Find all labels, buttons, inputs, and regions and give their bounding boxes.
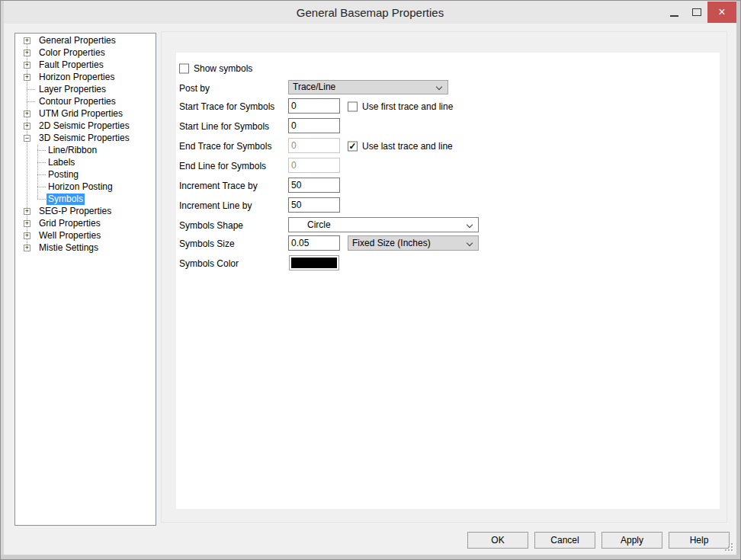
ok-button[interactable]: OK [467, 532, 528, 549]
use-last-label: Use last trace and line [362, 141, 453, 152]
tree-item-fault-properties[interactable]: +Fault Properties [15, 59, 156, 72]
tree-item-mistie-settings[interactable]: +Mistie Settings [15, 242, 156, 254]
end-line-input [288, 158, 340, 173]
use-last-checkbox[interactable]: ✓ [348, 142, 358, 152]
chevron-down-icon [436, 84, 442, 90]
title-bar[interactable]: General Basemap Properties × [4, 1, 736, 24]
symbols-size-label: Symbols Size [179, 238, 235, 249]
maximize-button[interactable] [685, 2, 707, 23]
start-line-label: Start Line for Symbols [179, 121, 269, 132]
symbols-shape-row: Symbols Shape Circle [176, 217, 720, 234]
expand-icon[interactable]: + [24, 62, 30, 69]
collapse-icon[interactable]: − [24, 135, 30, 142]
symbols-shape-dropdown[interactable]: Circle [288, 217, 479, 232]
properties-tree: +General Properties +Color Properties +F… [14, 33, 156, 526]
tree-item-line-ribbon[interactable]: Line/Ribbon [15, 145, 156, 157]
start-line-row: Start Line for Symbols [176, 118, 720, 135]
window-frame-bottom [1, 555, 740, 559]
post-by-row: Post by Trace/Line [176, 80, 720, 97]
start-line-input[interactable] [288, 118, 340, 133]
expand-icon[interactable]: + [24, 74, 30, 81]
dialog-window: General Basemap Properties × +General Pr… [0, 0, 741, 560]
tree-item-2d-seismic-properties[interactable]: +2D Seismic Properties [15, 120, 156, 133]
minimize-icon [670, 15, 678, 17]
post-by-label: Post by [179, 83, 210, 94]
expand-icon[interactable]: + [24, 110, 30, 117]
increment-trace-label: Increment Trace by [179, 181, 258, 191]
symbols-shape-label: Symbols Shape [179, 220, 243, 231]
tree-item-symbols[interactable]: Symbols [15, 194, 156, 206]
show-symbols-row: Show symbols [176, 60, 720, 77]
expand-icon[interactable]: + [24, 37, 30, 44]
tree-item-general-properties[interactable]: +General Properties [15, 35, 156, 47]
symbols-size-row: Symbols Size Fixed Size (Inches) [176, 235, 720, 252]
start-trace-input[interactable] [288, 98, 340, 114]
increment-line-input[interactable] [288, 197, 340, 213]
apply-button[interactable]: Apply [601, 532, 662, 549]
end-line-label: End Line for Symbols [179, 161, 266, 171]
window-title: General Basemap Properties [4, 6, 736, 19]
start-trace-label: Start Trace for Symbols [179, 101, 274, 112]
end-trace-row: End Trace for Symbols ✓ Use last trace a… [176, 138, 720, 155]
tree-item-contour-properties[interactable]: Contour Properties [15, 96, 156, 108]
chevron-down-icon [467, 240, 473, 246]
increment-line-row: Increment Line by [176, 197, 720, 214]
tree-item-color-properties[interactable]: +Color Properties [15, 47, 156, 59]
increment-line-label: Increment Line by [179, 200, 252, 211]
expand-icon[interactable]: + [24, 50, 30, 56]
symbols-size-input[interactable] [288, 235, 340, 251]
post-by-dropdown[interactable]: Trace/Line [288, 80, 448, 94]
tree-item-utm-grid-properties[interactable]: +UTM Grid Properties [15, 108, 156, 120]
increment-trace-row: Increment Trace by [176, 178, 720, 194]
close-button[interactable]: × [707, 2, 736, 23]
show-symbols-label: Show symbols [194, 63, 252, 74]
tree-item-labels[interactable]: Labels [15, 157, 156, 169]
tree-item-3d-seismic-properties[interactable]: −3D Seismic Properties [15, 133, 156, 145]
tree-item-well-properties[interactable]: +Well Properties [15, 230, 156, 242]
tree-item-horizon-posting[interactable]: Horizon Posting [15, 181, 156, 194]
help-button[interactable]: Help [669, 532, 730, 549]
minimize-button[interactable] [663, 2, 685, 23]
use-first-label: Use first trace and line [362, 101, 453, 112]
symbols-color-row: Symbols Color [176, 255, 720, 272]
color-fill [291, 258, 337, 268]
tree-item-posting[interactable]: Posting [15, 169, 156, 181]
symbols-color-label: Symbols Color [179, 258, 239, 269]
tree-item-seg-p-properties[interactable]: +SEG-P Properties [15, 206, 156, 218]
show-symbols-checkbox[interactable] [179, 64, 189, 74]
symbols-color-swatch[interactable] [289, 255, 339, 270]
close-icon: × [718, 2, 725, 22]
end-line-row: End Line for Symbols [176, 158, 720, 174]
expand-icon[interactable]: + [24, 245, 30, 251]
expand-icon[interactable]: + [24, 220, 30, 227]
symbols-size-units-dropdown[interactable]: Fixed Size (Inches) [348, 235, 479, 251]
increment-trace-input[interactable] [288, 178, 340, 193]
resize-grip-icon[interactable] [725, 543, 734, 552]
chevron-down-icon [467, 222, 473, 228]
end-trace-input [288, 138, 340, 153]
expand-icon[interactable]: + [24, 123, 30, 130]
tree-item-grid-properties[interactable]: +Grid Properties [15, 218, 156, 230]
start-trace-row: Start Trace for Symbols Use first trace … [176, 98, 720, 115]
tree-item-layer-properties[interactable]: Layer Properties [15, 84, 156, 96]
tree-item-horizon-properties[interactable]: +Horizon Properties [15, 72, 156, 84]
expand-icon[interactable]: + [24, 208, 30, 215]
expand-icon[interactable]: + [24, 232, 30, 239]
cancel-button[interactable]: Cancel [534, 532, 595, 549]
maximize-icon [692, 8, 701, 16]
window-controls: × [663, 2, 736, 23]
use-first-checkbox[interactable] [348, 102, 358, 112]
window-frame-left [1, 1, 4, 559]
tree-rows: +General Properties +Color Properties +F… [15, 35, 156, 254]
symbols-form: Show symbols Post by Trace/Line Start Tr… [176, 53, 720, 509]
window-frame-right [736, 1, 740, 559]
end-trace-label: End Trace for Symbols [179, 141, 271, 152]
